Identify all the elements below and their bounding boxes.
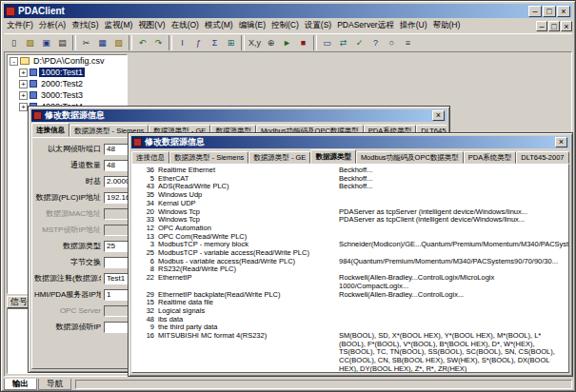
dialog-close-button[interactable]: × — [555, 137, 567, 147]
protocol-row[interactable]: 16 MITSUBISHI MC format 4(RS232) SM(BOOL… — [135, 332, 566, 373]
dialog-tab[interactable]: 数据源类型 - GE — [248, 151, 310, 164]
protocol-row[interactable]: 22 EthernetIP Rockwell(Allen-Bradley...C… — [135, 274, 566, 290]
tree-item[interactable]: + 2000:Test2 — [8, 78, 127, 89]
separator[interactable] — [129, 35, 132, 50]
protocol-number: 22 — [135, 274, 154, 290]
protocol-row[interactable]: 43 ADS(Read/Write PLC) Beckhoff... — [135, 183, 566, 191]
dialog-tab[interactable]: 连接信息 — [131, 151, 169, 164]
help-icon[interactable]: ? — [367, 35, 384, 50]
protocol-name: ibs data — [158, 316, 339, 324]
mdi-minimize-button[interactable]: – — [536, 21, 547, 31]
tree-root-label[interactable]: D:\PDA\Config.csv — [31, 56, 107, 66]
separator[interactable] — [72, 35, 76, 50]
minimize-button[interactable]: – — [528, 6, 542, 17]
mdi-close-button[interactable]: × — [561, 21, 572, 31]
copy-icon[interactable]: ▦ — [94, 35, 110, 50]
undo-icon[interactable]: ↶ — [134, 35, 150, 50]
separator[interactable] — [169, 35, 172, 50]
dialog-tab[interactable]: PDA系统类型 — [464, 151, 516, 164]
protocol-row[interactable]: 6 Modbus - variable access(Read/Write PL… — [135, 258, 566, 266]
redo-icon[interactable]: ↷ — [150, 35, 167, 50]
protocol-row[interactable]: 48 ibs data — [135, 316, 566, 324]
dialog-tab[interactable]: 连接信息 — [31, 123, 70, 137]
check-icon[interactable]: ✓ — [351, 35, 367, 50]
dialog-tab[interactable]: 数据源类型 - Siemens — [169, 151, 248, 164]
tree-item-label[interactable]: 2000:Test2 — [39, 79, 85, 88]
new-file-icon[interactable]: ▯ — [6, 35, 22, 50]
field-label: 数据源注释(数据源名 — [34, 273, 101, 284]
print-icon[interactable]: ▤ — [54, 35, 70, 50]
dialog-tab[interactable]: DLT645-2007 — [516, 151, 568, 164]
separator[interactable] — [241, 35, 245, 50]
tree-item-label[interactable]: 1000:Test1 — [39, 68, 85, 77]
protocol-row[interactable]: 29 EthernetIP backplate(Read/Write PLC) … — [135, 291, 566, 300]
bottom-tab[interactable]: 导航 — [38, 379, 71, 390]
protocol-description: Rockwell(Allen-Bradley...ControlLogix/Mi… — [339, 274, 566, 290]
dialog-tab[interactable]: Modbus功能码及OPC数据类型 — [356, 151, 464, 164]
field-label: 通道数量 — [34, 160, 101, 170]
xy-coordinates-icon[interactable]: X,y — [247, 35, 263, 50]
menu-item[interactable]: 在线(O) — [169, 19, 202, 32]
menu-item[interactable]: 编辑(E) — [236, 19, 268, 32]
menu-item[interactable]: 控制(C) — [268, 19, 302, 32]
tree-expander-open-icon[interactable]: - — [10, 57, 18, 66]
menu-item[interactable]: 模式(M) — [202, 19, 236, 32]
bottom-tab[interactable]: 输出 — [4, 379, 37, 390]
tree-expander-closed-icon[interactable]: + — [19, 69, 28, 77]
grid-icon[interactable]: ⊞ — [223, 35, 239, 50]
menu-item[interactable]: 设置(S) — [302, 19, 334, 32]
separator[interactable] — [313, 35, 317, 50]
paste-icon[interactable]: ▧ — [110, 35, 127, 50]
tree-expander-closed-icon[interactable]: + — [19, 80, 28, 88]
close-button[interactable]: × — [557, 6, 570, 17]
menu-item[interactable]: 操作(U) — [397, 19, 430, 32]
bottom-panel: 输出 导航 — [4, 378, 572, 390]
menu-item[interactable]: 查找(S) — [69, 19, 101, 32]
save-icon[interactable]: ▣ — [38, 35, 54, 50]
monitor-icon[interactable]: ▭ — [319, 35, 335, 50]
tree-expander-closed-icon[interactable]: + — [19, 103, 28, 111]
field-label: OPC Server — [34, 306, 101, 315]
protocol-name: OPC Com(Read/Write PLC) — [158, 233, 339, 242]
sigma-icon[interactable]: Σ — [207, 35, 223, 50]
protocol-row[interactable]: 32 Logical signals — [135, 307, 566, 316]
function-icon[interactable]: ƒ — [190, 35, 207, 50]
mdi-restore-button[interactable]: □ — [548, 21, 560, 31]
tree-item[interactable]: + 3000:Test3 — [8, 89, 127, 101]
menubar: 文件(F) 分析(A) 查找(S) 监视(M) 视图(V) 在线(O) 模式(M… — [4, 19, 572, 32]
protocol-row[interactable]: 35 Windows Udp — [135, 191, 566, 200]
protocol-row[interactable]: 15 Realtime data file — [135, 299, 566, 307]
dialog-titlebar[interactable]: 修改数据源信息 × — [31, 109, 447, 122]
maximize-button[interactable]: □ — [543, 6, 556, 17]
protocol-row[interactable]: 3 ModbusTCP - memory block Schneider(Mod… — [135, 241, 566, 249]
protocol-description: SM(BOOL), SD, X*(BOOL HEX), Y*(BOOL HEX)… — [339, 332, 566, 373]
dialog-close-button[interactable]: × — [432, 110, 445, 121]
dialog-tab[interactable]: 数据源类型 — [310, 149, 356, 164]
tree-expander-closed-icon[interactable]: + — [19, 91, 28, 100]
protocol-row[interactable]: 33 Windows Tcp PDAServer as tcpClient (i… — [135, 216, 566, 225]
info-icon[interactable]: I — [174, 35, 190, 50]
tree-root[interactable]: - D:\PDA\Config.csv — [8, 55, 127, 67]
menu-item[interactable]: 分析(A) — [36, 19, 69, 32]
menu-item[interactable]: 文件(F) — [4, 19, 36, 32]
titlebar[interactable]: PDAClient – □ × — [4, 4, 572, 18]
cut-icon[interactable]: ✂ — [78, 35, 94, 50]
menu-item[interactable]: 视图(V) — [135, 19, 168, 32]
menu-item[interactable]: 帮助(H) — [430, 19, 464, 32]
menu-item[interactable]: PDAServer远程 — [334, 19, 397, 32]
zoom-icon[interactable]: ⊕ — [263, 35, 279, 50]
stop-icon[interactable]: ■ — [295, 35, 311, 50]
protocol-name: EthernetIP — [158, 274, 339, 290]
tree-item[interactable]: + 1000:Test1 — [8, 67, 127, 78]
link-icon[interactable]: ⇄ — [335, 35, 351, 50]
protocol-row[interactable]: 12 OPC Automation — [135, 225, 566, 233]
list-icon[interactable]: ≡ — [400, 35, 416, 50]
tree-item-label[interactable]: 3000:Test3 — [39, 90, 85, 100]
play-icon[interactable]: ► — [279, 35, 295, 50]
bottom-tabs: 输出 导航 — [4, 379, 71, 390]
dialog-titlebar[interactable]: 修改数据源信息 × — [131, 136, 569, 148]
clock-icon[interactable]: ○ — [384, 35, 400, 50]
open-folder-icon[interactable]: ▨ — [22, 35, 38, 50]
menu-item[interactable]: 监视(M) — [102, 19, 136, 32]
dialog-icon — [33, 111, 42, 120]
